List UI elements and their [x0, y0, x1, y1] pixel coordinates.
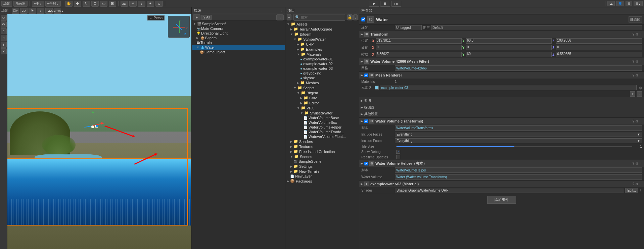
- move-tool[interactable]: ✚: [74, 1, 81, 7]
- transform-tool[interactable]: ⊞: [109, 1, 116, 7]
- stylised-water-folder[interactable]: ▼ 📁 StylisedWater: [285, 37, 359, 42]
- tag-dropdown[interactable]: Untagged: [395, 25, 422, 30]
- other-header[interactable]: ▶ 其他设置: [359, 111, 644, 117]
- scripts-folder[interactable]: ▼ 📁 Scripts: [285, 85, 359, 90]
- step-btn[interactable]: ⏭: [391, 1, 401, 7]
- mr-help-btn[interactable]: ?: [632, 73, 634, 77]
- wvt-menu-btn[interactable]: ⋮: [639, 119, 643, 123]
- pos-z-field[interactable]: 108.9856: [556, 38, 642, 44]
- wvh-header[interactable]: ▶ ⊡ Water Volume Helper（脚本） ? ⚙ ⋮: [359, 160, 644, 167]
- tool-btn-2[interactable]: W: [1, 21, 7, 28]
- pos-x-field[interactable]: 319.3811: [376, 38, 462, 44]
- rect-tool[interactable]: ▭: [100, 1, 107, 7]
- pause-btn[interactable]: ⏸: [380, 1, 390, 7]
- include-foam-dropdown[interactable]: Everything ▼: [395, 138, 642, 143]
- skybox-item[interactable]: ● skybox: [285, 76, 359, 80]
- tile-size-track[interactable]: [396, 146, 632, 147]
- transform-header[interactable]: ▶ ⊞ Transform ? ⚙ ⋮: [359, 31, 644, 38]
- greyboxing-item[interactable]: ● greyboxing: [285, 71, 359, 76]
- mf-help-btn[interactable]: ?: [632, 60, 634, 63]
- material-target-btn[interactable]: ◎: [639, 86, 642, 90]
- hand-tool[interactable]: ✋: [65, 1, 73, 7]
- search-input[interactable]: [301, 15, 343, 19]
- scene-2d-btn[interactable]: 2D: [20, 8, 28, 14]
- scenes-folder[interactable]: ▼ 📁 Scenes: [285, 154, 359, 159]
- ew03-item[interactable]: ● example-water-03: [285, 66, 359, 71]
- core-folder[interactable]: ▶ 📁 Core: [285, 95, 359, 100]
- rot-z-field[interactable]: 0: [556, 45, 642, 50]
- hierarchy-menu-btn[interactable]: ⋮: [276, 14, 284, 20]
- rot-y-field[interactable]: 0: [466, 45, 552, 50]
- project-menu-btn[interactable]: ⋮: [353, 14, 358, 20]
- animator-label[interactable]: 动画器: [13, 1, 28, 7]
- scale-z-field[interactable]: 6.550655: [556, 52, 642, 57]
- light-btn[interactable]: ☀: [129, 1, 137, 7]
- project-dots[interactable]: ⋮: [353, 8, 357, 13]
- bitgem-item[interactable]: ▶ 📦 Bitgem: [192, 36, 285, 40]
- hierarchy-add-btn[interactable]: +: [193, 14, 200, 20]
- lighting-header[interactable]: ▶ 照明: [359, 97, 644, 104]
- tool-btn-4[interactable]: R: [1, 35, 7, 41]
- static-dropdown[interactable]: 静态的: [629, 16, 642, 22]
- shader-edit-btn[interactable]: Edit...: [625, 188, 638, 193]
- bitgem-project-folder[interactable]: ▼ 📁 Bitgem: [285, 32, 359, 37]
- assets-folder[interactable]: ▼ 📁 Assets: [285, 21, 359, 27]
- mr-settings-btn[interactable]: ⚙: [635, 73, 638, 77]
- directional-light-item[interactable]: 💡 Directional Light: [192, 31, 285, 36]
- add-material-btn[interactable]: +: [630, 91, 635, 97]
- urp-folder[interactable]: ▶ 📁 URP: [285, 42, 359, 47]
- sample-scene-item[interactable]: 🎬 SampleScene: [285, 159, 359, 164]
- wvh-help-btn[interactable]: ?: [632, 162, 634, 165]
- scene-root-item[interactable]: ▼ 🎬 SampleScene*: [192, 21, 285, 26]
- wvbase-item[interactable]: 📄 WaterVolumeBase: [285, 115, 359, 120]
- new-terrain-folder[interactable]: ▶ 📁 New Terrain: [285, 169, 359, 174]
- shader-dots[interactable]: ⋮: [639, 189, 642, 192]
- tool-btn-5[interactable]: T: [1, 42, 7, 48]
- editor-folder[interactable]: ▶ 📁 Editor: [285, 100, 359, 105]
- tool-btn-1[interactable]: Q: [1, 15, 7, 21]
- meshes-folder[interactable]: ▶ 📁 Meshes: [285, 80, 359, 85]
- ew02-item[interactable]: ● example-water-02: [285, 61, 359, 66]
- textures-folder[interactable]: ▶ 📁 Textures: [285, 144, 359, 149]
- mat-settings-btn[interactable]: ⚙: [635, 182, 638, 186]
- newlayer-item[interactable]: 📄 NewLayer: [285, 174, 359, 179]
- global-btn[interactable]: ≡全局∨: [45, 1, 61, 7]
- mf-menu-btn[interactable]: ⋮: [639, 60, 643, 63]
- tool-btn-3[interactable]: E: [1, 28, 7, 34]
- ew01-item[interactable]: ● example-water-01: [285, 57, 359, 61]
- play-btn[interactable]: ▶: [369, 1, 379, 7]
- scene-gizmo-btn[interactable]: Gizmos∨: [54, 8, 61, 14]
- mr-menu-btn[interactable]: ⋮: [639, 73, 643, 77]
- show-debug-checkbox[interactable]: ✓: [396, 150, 400, 154]
- wvt-script-value[interactable]: WaterVolumeTransforms: [395, 125, 642, 131]
- layout-btn[interactable]: ⊞∨: [634, 1, 643, 6]
- scale-y-field[interactable]: 60: [466, 52, 552, 57]
- account-btn[interactable]: 👤: [616, 1, 624, 6]
- terrain-item[interactable]: 🏔 Terrain: [192, 40, 285, 45]
- audio-btn[interactable]: ♪: [138, 1, 145, 7]
- center-btn[interactable]: ≡中∨: [32, 1, 44, 7]
- wvbox-item[interactable]: 📄 WaterVolumeBox: [285, 120, 359, 125]
- scene-label[interactable]: 场景: [1, 1, 12, 7]
- material-ref[interactable]: example-water-03: [380, 85, 637, 90]
- mf-settings-btn[interactable]: ⚙: [635, 60, 638, 63]
- materials-folder[interactable]: ▼ 📁 Materials: [285, 52, 359, 57]
- shaders-folder[interactable]: ▶ 📁 Shaders: [285, 139, 359, 144]
- water-volume-ref-value[interactable]: Water (Water Volume Transforms): [395, 174, 642, 180]
- 2d-btn[interactable]: 2D: [121, 1, 128, 7]
- include-faces-dropdown[interactable]: Everything ▼: [395, 132, 642, 137]
- transform-menu-btn[interactable]: ⋮: [639, 33, 643, 36]
- material-header[interactable]: ▶ ● example-water-03 (Material) ? ⚙ ⋮: [359, 181, 644, 187]
- bitgem2-folder[interactable]: ▼ 📁 Bitgem: [285, 90, 359, 95]
- scale-x-field[interactable]: 6.85927: [376, 52, 462, 57]
- object-active-checkbox[interactable]: [361, 17, 365, 21]
- tool-btn-6[interactable]: Y: [1, 48, 7, 54]
- wvh-menu-btn[interactable]: ⋮: [639, 162, 643, 165]
- mesh-renderer-header[interactable]: ▶ ⊞ Mesh Renderer ? ⚙ ⋮: [359, 72, 644, 79]
- shader-dropdown[interactable]: Shader Graphs/WaterVolume-URP: [395, 188, 624, 193]
- project-lock-btn[interactable]: 🔒: [347, 14, 353, 20]
- wvt-help-btn[interactable]: ?: [632, 119, 634, 123]
- remove-material-btn[interactable]: -: [637, 91, 642, 97]
- transform-help-btn[interactable]: ?: [632, 33, 634, 36]
- collab-btn[interactable]: ☁: [607, 1, 615, 6]
